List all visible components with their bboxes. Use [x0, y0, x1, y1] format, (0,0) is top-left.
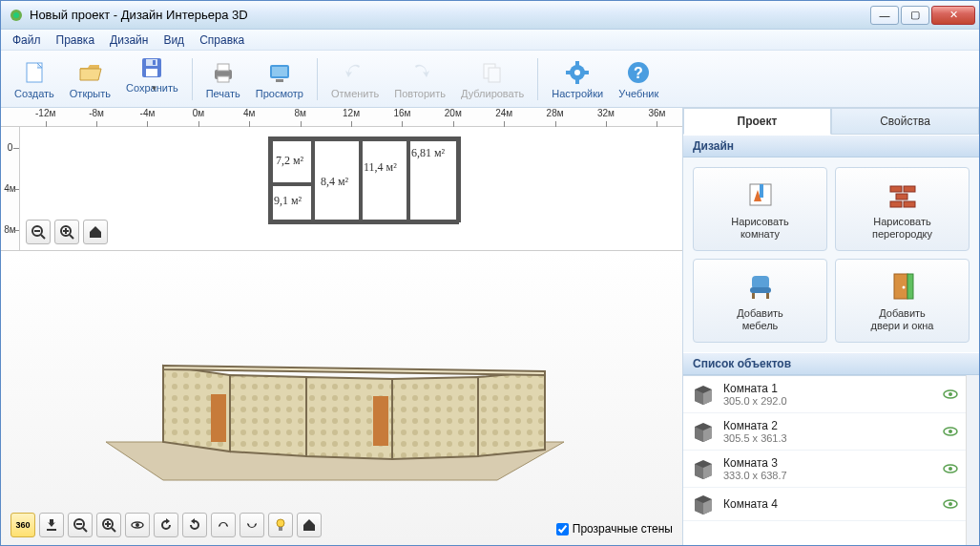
svg-line-42	[83, 528, 87, 532]
item-name: Комната 2	[723, 419, 935, 432]
item-text: Комната 4	[723, 497, 935, 511]
light-button[interactable]	[268, 513, 293, 537]
tab-properties[interactable]: Свойства	[831, 108, 979, 135]
item-text: Комната 3333.0 x 638.7	[723, 456, 935, 481]
main-toolbar: Создать Открыть Сохранить▼ Печать Просмо…	[1, 51, 979, 108]
home-button[interactable]	[83, 220, 108, 244]
list-item[interactable]: Комната 1305.0 x 292.0	[683, 376, 966, 413]
duplicate-icon	[479, 59, 506, 86]
tick: 4м	[224, 108, 275, 118]
settings-button[interactable]: Настройки	[544, 54, 611, 104]
printer-icon	[210, 59, 237, 86]
rotate-left-button[interactable]	[154, 513, 178, 537]
draw-room-button[interactable]: Нарисовать комнату	[693, 167, 827, 251]
ruler-horizontal: -12м -8м -4м 0м 4м 8м 12м 16м 20м 24м 28…	[1, 108, 682, 127]
menu-edit[interactable]: Правка	[49, 32, 103, 49]
svg-point-1	[13, 12, 19, 18]
minimize-button[interactable]: —	[870, 6, 899, 25]
design-buttons: Нарисовать комнату Нарисовать перегородк…	[683, 158, 979, 352]
titlebar[interactable]: Новый проект - Дизайн Интерьера 3D — ▢ ✕	[1, 1, 979, 30]
list-item[interactable]: Комната 3333.0 x 638.7	[683, 451, 966, 488]
checkbox-input[interactable]	[556, 523, 569, 536]
object-list[interactable]: Комната 1305.0 x 292.0 Комната 2305.5 x …	[683, 375, 966, 545]
svg-rect-53	[760, 184, 763, 198]
preview-button[interactable]: Просмотр	[248, 54, 311, 104]
svg-text:?: ?	[634, 65, 643, 81]
item-text: Комната 2305.5 x 361.3	[723, 419, 935, 444]
list-item[interactable]: Комната 2305.5 x 361.3	[683, 413, 966, 451]
visibility-icon[interactable]	[943, 387, 958, 402]
home-3d-button[interactable]	[297, 513, 322, 537]
svg-rect-63	[894, 274, 907, 299]
area-label: 7,2 м²	[276, 154, 303, 168]
redo-icon	[407, 59, 433, 86]
tilt-up-button[interactable]	[211, 513, 236, 537]
svg-rect-64	[907, 274, 913, 299]
pan-button[interactable]	[39, 513, 64, 537]
add-furniture-button[interactable]: Добавить мебель	[693, 259, 827, 343]
svg-rect-57	[890, 201, 902, 207]
redo-button[interactable]: Повторить	[386, 54, 453, 104]
tick: 36м	[632, 108, 682, 118]
save-button[interactable]: Сохранить▼	[118, 54, 186, 104]
floorplan-2d[interactable]: 7,2 м² 8,4 м² 11,4 м² 6,81 м² 9,1 м²	[20, 127, 682, 250]
list-item[interactable]: Комната 4	[683, 488, 966, 521]
visibility-icon[interactable]	[943, 424, 958, 439]
zoom-out-button[interactable]	[26, 220, 51, 244]
zoom-in-button[interactable]	[54, 220, 79, 244]
visibility-icon[interactable]	[943, 496, 958, 512]
zoom-in-3d-button[interactable]	[96, 513, 121, 537]
view-3d[interactable]: 360 Прозрачные стены	[1, 251, 682, 545]
floppy-icon	[138, 55, 165, 80]
print-button[interactable]: Печать	[198, 54, 248, 104]
open-button[interactable]: Открыть	[62, 54, 118, 104]
tick: 24м	[479, 108, 530, 118]
tilt-down-button[interactable]	[240, 513, 264, 537]
close-button[interactable]: ✕	[931, 6, 975, 25]
undo-button[interactable]: Отменить	[323, 54, 386, 104]
menu-design[interactable]: Дизайн	[102, 32, 156, 49]
tutorial-label: Учебник	[618, 88, 658, 99]
btn-label: Добавить двери и окна	[871, 307, 934, 332]
draw-partition-button[interactable]: Нарисовать перегородку	[835, 167, 970, 251]
tick: 0	[1, 127, 19, 168]
svg-rect-9	[218, 76, 229, 82]
new-button[interactable]: Создать	[7, 54, 62, 104]
sep	[317, 58, 318, 100]
undo-label: Отменить	[331, 88, 379, 99]
view-2d[interactable]: 0 4м 8м 7,2 м² 8,4 м²	[1, 127, 682, 251]
canvas-area: -12м -8м -4м 0м 4м 8м 12м 16м 20м 24м 28…	[1, 108, 683, 545]
tick: -4м	[122, 108, 173, 118]
objects-header: Список объектов	[683, 352, 979, 375]
controls-3d: 360	[10, 513, 322, 537]
menu-help[interactable]: Справка	[192, 32, 252, 49]
visibility-icon[interactable]	[943, 461, 958, 476]
duplicate-button[interactable]: Дублировать	[453, 54, 532, 104]
sep	[192, 58, 193, 100]
rotate-right-button[interactable]	[182, 513, 207, 537]
design-header: Дизайн	[683, 135, 979, 158]
add-doors-button[interactable]: Добавить двери и окна	[835, 259, 970, 343]
transparent-walls-checkbox[interactable]: Прозрачные стены	[556, 522, 673, 536]
svg-marker-34	[392, 377, 478, 459]
orbit-button[interactable]	[125, 513, 150, 537]
redo-label: Повторить	[394, 88, 446, 99]
caret-icon: ▼	[150, 84, 157, 93]
btn-label: Нарисовать комнату	[731, 216, 788, 241]
rotate-360-button[interactable]: 360	[10, 513, 35, 537]
menu-file[interactable]: Файл	[5, 32, 49, 49]
svg-rect-12	[276, 79, 283, 82]
svg-rect-8	[218, 64, 229, 71]
item-name: Комната 4	[723, 497, 935, 511]
tutorial-button[interactable]: ? Учебник	[611, 54, 666, 104]
svg-rect-6	[153, 60, 156, 65]
maximize-button[interactable]: ▢	[901, 6, 929, 25]
controls-2d	[26, 220, 108, 244]
new-label: Создать	[14, 88, 54, 99]
window-title: Новый проект - Дизайн Интерьера 3D	[30, 8, 870, 22]
gear-icon	[564, 59, 591, 86]
tab-project[interactable]: Проект	[683, 108, 831, 135]
scrollbar[interactable]	[966, 375, 979, 545]
menu-view[interactable]: Вид	[156, 32, 192, 49]
zoom-out-3d-button[interactable]	[68, 513, 93, 537]
